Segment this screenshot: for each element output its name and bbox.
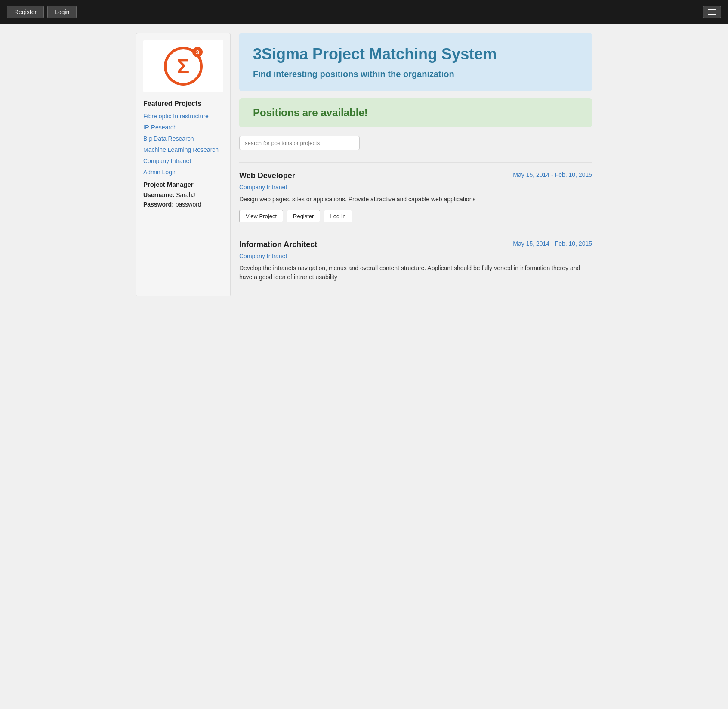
hero-banner: 3Sigma Project Matching System Find inte… (239, 33, 592, 91)
password-field: Password: password (143, 201, 223, 208)
sidebar-item-ir-research[interactable]: IR Research (143, 124, 223, 131)
navbar-buttons: Register Login (7, 6, 77, 18)
search-input[interactable] (239, 136, 360, 150)
sigma-icon: Σ (177, 56, 190, 77)
positions-banner: Positions are available! (239, 98, 592, 127)
job-title-info-architect: Information Architect (239, 240, 317, 249)
job-date-info-architect: May 15, 2014 - Feb. 10, 2015 (513, 240, 592, 247)
sidebar-item-company-intranet[interactable]: Company Intranet (143, 157, 223, 164)
login-job-button[interactable]: Log In (324, 210, 352, 222)
job-header-info-architect: Information Architect May 15, 2014 - Feb… (239, 240, 592, 249)
sidebar-item-ml-research[interactable]: Machine Learning Research (143, 146, 223, 153)
username-field: Username: SarahJ (143, 191, 223, 198)
sidebar-item-big-data[interactable]: Big Data Research (143, 135, 223, 142)
password-label: Password: (143, 201, 174, 208)
job-date-web-developer: May 15, 2014 - Feb. 10, 2015 (513, 171, 592, 178)
main-content: 3Sigma Project Matching System Find inte… (239, 33, 592, 296)
search-bar (239, 136, 592, 150)
register-job-button[interactable]: Register (287, 210, 320, 222)
hero-subtitle: Find interesting positions within the or… (253, 69, 578, 79)
job-description-info-architect: Develop the intranets navigation, menus … (239, 264, 592, 282)
hamburger-line-1 (708, 9, 716, 10)
sidebar: Σ 3 Featured Projects Fibre optic Infras… (136, 33, 231, 296)
job-project-web-developer[interactable]: Company Intranet (239, 184, 592, 191)
hamburger-line-2 (708, 12, 716, 12)
logo-icon-container: Σ 3 (164, 47, 203, 86)
main-container: Σ 3 Featured Projects Fibre optic Infras… (127, 24, 601, 305)
job-title-web-developer: Web Developer (239, 171, 295, 180)
login-nav-button[interactable]: Login (47, 6, 77, 18)
job-actions-web-developer: View Project Register Log In (239, 210, 592, 222)
username-value-text: SarahJ (176, 191, 195, 198)
username-label: Username: (143, 191, 174, 198)
sidebar-logo: Σ 3 (143, 40, 223, 92)
hero-title: 3Sigma Project Matching System (253, 45, 578, 63)
project-manager-title: Project Manager (143, 181, 223, 188)
hamburger-menu-button[interactable] (703, 6, 721, 18)
sidebar-item-fibre-optic[interactable]: Fibre optic Infrastructure (143, 113, 223, 120)
logo-badge: 3 (192, 47, 203, 57)
job-description-web-developer: Design web pages, sites or applications.… (239, 195, 592, 204)
view-project-button[interactable]: View Project (239, 210, 283, 222)
job-project-info-architect[interactable]: Company Intranet (239, 253, 592, 259)
project-manager-section: Project Manager Username: SarahJ Passwor… (143, 181, 223, 208)
job-listing-web-developer: Web Developer May 15, 2014 - Feb. 10, 20… (239, 162, 592, 231)
navbar: Register Login (0, 0, 728, 24)
job-listing-info-architect: Information Architect May 15, 2014 - Feb… (239, 231, 592, 296)
job-header-web-developer: Web Developer May 15, 2014 - Feb. 10, 20… (239, 171, 592, 180)
password-value-text: password (176, 201, 201, 208)
job-listings: Web Developer May 15, 2014 - Feb. 10, 20… (239, 162, 592, 296)
featured-projects-title: Featured Projects (143, 99, 223, 108)
register-nav-button[interactable]: Register (7, 6, 44, 18)
sidebar-item-admin-login[interactable]: Admin Login (143, 169, 223, 176)
hamburger-line-3 (708, 14, 716, 15)
positions-text: Positions are available! (253, 107, 578, 119)
